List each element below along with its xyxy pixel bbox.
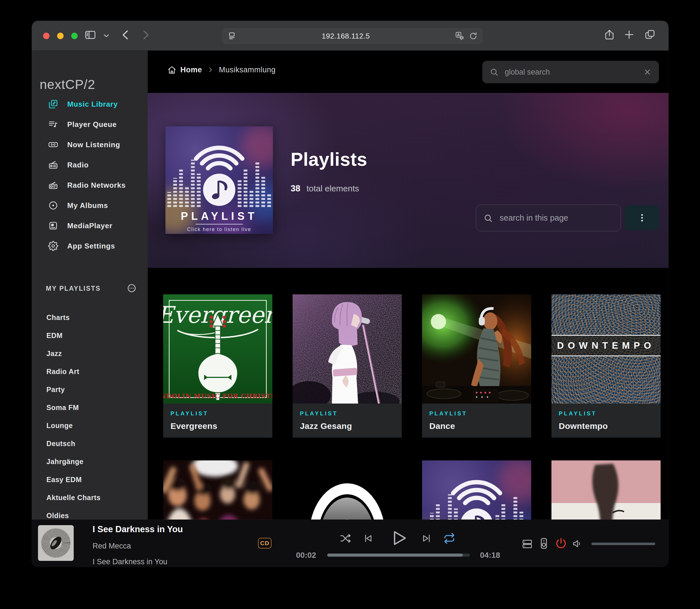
playlist-card-caption: PLAYLIST Dance <box>422 403 531 438</box>
next-track-button[interactable] <box>421 533 432 545</box>
sidebar-item-music-library[interactable]: Music Library <box>32 94 148 114</box>
playlist-item-edm[interactable]: EDM <box>32 327 148 345</box>
playlist-card-evergreens[interactable]: Evergreen MANDOLIN MUSIC FOR CHRISTMAS P… <box>163 294 272 438</box>
back-icon <box>120 29 132 41</box>
sidebar-item-radio[interactable]: Radio <box>32 155 148 175</box>
ellipsis-circle-icon <box>127 283 137 293</box>
total-count: 38 <box>291 184 300 194</box>
app-logo: nextCP/2 <box>32 51 148 92</box>
sidebar-item-mediaplayer[interactable]: MediaPlayer <box>32 215 148 236</box>
playlist-card-art <box>293 294 402 403</box>
now-playing-album: I See Darkness in You <box>92 557 168 566</box>
playlist-card-title: Evergreens <box>171 421 265 431</box>
main-content: Home Musiksammlung <box>148 51 668 567</box>
svg-text:Click here to listen live: Click here to listen live <box>187 227 251 232</box>
speaker-device-button[interactable] <box>538 537 550 551</box>
playlist-item-easy-edm[interactable]: Easy EDM <box>32 471 148 489</box>
playlist-card-jazz-gesang[interactable]: PLAYLIST Jazz Gesang <box>293 294 402 438</box>
new-tab-button[interactable] <box>623 29 635 41</box>
playlist-item-jazz[interactable]: Jazz <box>32 345 148 363</box>
total-count-label: total elements <box>307 184 359 193</box>
page-search[interactable] <box>476 205 621 231</box>
playlists-more-button[interactable] <box>127 283 137 294</box>
global-search[interactable] <box>482 61 659 83</box>
sidebar-item-label: Music Library <box>67 100 118 109</box>
playlist-collection-artwork[interactable]: PLAYLIST Click here to listen live <box>165 126 273 234</box>
power-icon <box>555 537 567 550</box>
sidebar-item-label: MediaPlayer <box>67 222 112 230</box>
chevron-down-icon <box>103 32 110 39</box>
toolbar-chevron-down-button[interactable] <box>103 32 110 40</box>
volume-slider[interactable] <box>591 543 655 545</box>
renderer-rows-icon <box>522 538 533 550</box>
sidebar-item-label: App Settings <box>67 242 115 250</box>
sidebar-item-radio-networks[interactable]: Radio Networks <box>32 175 148 195</box>
translate-icon[interactable] <box>455 31 465 41</box>
show-tabs-button[interactable] <box>644 29 656 41</box>
sidebar-item-now-listening[interactable]: Now Listening <box>32 135 148 155</box>
reload-icon[interactable] <box>469 32 478 40</box>
playlist-item-radio-art[interactable]: Radio Art <box>32 363 148 381</box>
url-bar[interactable]: 192.168.112.5 <box>222 28 483 44</box>
sidebar-item-label: Player Queue <box>67 120 117 129</box>
renderer-select-button[interactable] <box>522 538 533 551</box>
breadcrumb-home[interactable]: Home <box>168 65 202 74</box>
duration-time: 04:18 <box>480 551 500 560</box>
breadcrumb-current: Musiksammlung <box>219 66 276 74</box>
page-options-button[interactable] <box>625 206 659 230</box>
play-button[interactable] <box>389 528 408 549</box>
playlist-item-jahrg-nge[interactable]: Jahrgänge <box>32 453 148 471</box>
forward-icon <box>139 29 152 41</box>
playlist-card-title: Jazz Gesang <box>300 421 395 431</box>
playlist-item-lounge[interactable]: Lounge <box>32 417 148 435</box>
page-title: Playlists <box>291 149 367 170</box>
sidebar-item-player-queue[interactable]: Player Queue <box>32 114 148 135</box>
close-icon[interactable] <box>643 68 652 76</box>
music-library-icon <box>48 99 58 109</box>
seek-bar[interactable] <box>327 554 470 557</box>
previous-icon <box>362 533 374 544</box>
sidebar-item-label: Radio <box>67 161 89 170</box>
playlist-card-dance[interactable]: PLAYLIST Dance <box>422 294 531 438</box>
speaker-device-icon <box>538 537 550 550</box>
now-playing-artwork[interactable] <box>38 525 74 561</box>
playlist-item-deutsch[interactable]: Deutsch <box>32 435 148 453</box>
playlist-card-art: Evergreen MANDOLIN MUSIC FOR CHRISTMAS <box>163 294 272 403</box>
close-window-button[interactable] <box>43 33 50 39</box>
sidebar-nav: Music LibraryPlayer QueueNow ListeningRa… <box>32 94 148 256</box>
sidebar-toggle-button[interactable] <box>84 29 97 42</box>
zoom-window-button[interactable] <box>71 33 78 39</box>
global-search-input[interactable] <box>504 68 637 77</box>
sidebar-item-my-albums[interactable]: My Albums <box>32 195 148 215</box>
playlist-item-aktuelle-charts[interactable]: Aktuelle Charts <box>32 489 148 507</box>
playlist-item-party[interactable]: Party <box>32 381 148 399</box>
shuffle-icon <box>339 532 352 544</box>
minimize-window-button[interactable] <box>57 33 64 39</box>
sidebar-toggle-icon <box>84 29 97 41</box>
next-icon <box>421 533 432 544</box>
playlist-card-badge: PLAYLIST <box>300 410 395 417</box>
playlist-card-art <box>422 294 531 403</box>
share-button[interactable] <box>603 29 615 41</box>
playlist-card-downtempo[interactable]: DOWNTEMPO PLAYLIST Downtempo <box>552 294 661 438</box>
playlist-item-charts[interactable]: Charts <box>32 309 148 327</box>
repeat-button[interactable] <box>443 532 455 545</box>
my-albums-icon <box>48 201 58 210</box>
power-button[interactable] <box>555 537 567 551</box>
app-settings-icon <box>48 241 58 251</box>
forward-button[interactable] <box>139 29 152 42</box>
playlist-card-caption: PLAYLIST Downtempo <box>552 403 661 438</box>
playlist-card-title: Downtempo <box>559 421 653 431</box>
playlist-card-art: DOWNTEMPO <box>552 294 661 403</box>
reader-icon[interactable] <box>227 31 237 41</box>
share-icon <box>603 29 615 40</box>
tabs-icon <box>644 29 656 40</box>
playlist-item-soma-fm[interactable]: Soma FM <box>32 399 148 417</box>
page-search-input[interactable] <box>499 213 613 223</box>
volume-button[interactable] <box>572 538 582 550</box>
previous-track-button[interactable] <box>362 533 374 545</box>
back-button[interactable] <box>120 29 132 42</box>
my-playlists-header: MY PLAYLISTS <box>46 282 137 295</box>
shuffle-button[interactable] <box>339 532 352 545</box>
sidebar-item-app-settings[interactable]: App Settings <box>32 236 148 256</box>
